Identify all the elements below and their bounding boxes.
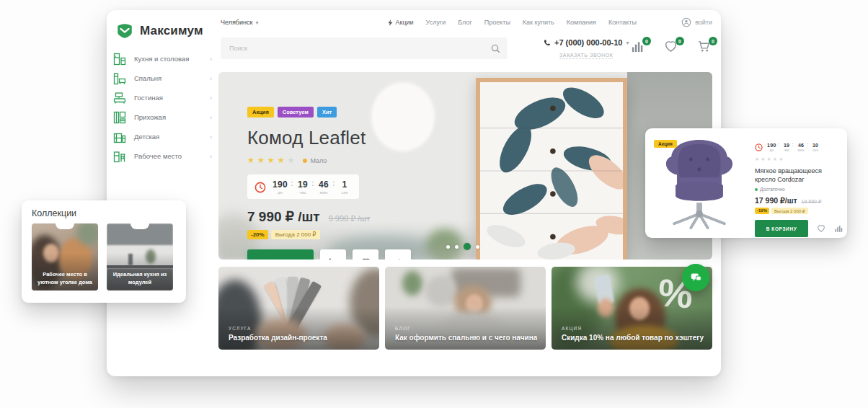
category-sidebar: Кухня и столовая Спальня Гостиная Прихож… <box>112 49 213 166</box>
search-bar <box>221 37 508 59</box>
hero-countdown-timer: 190дн 19час 46мин 1сек <box>247 174 359 199</box>
nav-item-company[interactable]: Компания <box>567 19 596 26</box>
badge-promo: Акция <box>247 107 274 117</box>
city-label: Челябинск <box>221 19 252 26</box>
search-input[interactable] <box>221 45 491 52</box>
sidebar-item-hallway[interactable]: Прихожая <box>112 107 213 127</box>
nav-item-contacts[interactable]: Контакты <box>608 19 637 26</box>
chevron-right-icon <box>210 133 212 141</box>
slider-dot[interactable] <box>446 245 450 249</box>
product-card-popup: Акция 190дн 19час 46мин 10сек <box>645 128 847 238</box>
timer-minutes: 46мин <box>318 179 329 195</box>
heart-icon <box>817 224 825 233</box>
sidebar-item-livingroom[interactable]: Гостиная <box>112 88 213 107</box>
chevron-right-icon <box>210 94 212 102</box>
kids-room-icon <box>112 130 127 144</box>
sidebar-item-kitchen[interactable]: Кухня и столовая <box>112 49 213 68</box>
slider-pagination <box>446 243 479 250</box>
star-icon <box>767 156 771 162</box>
livingroom-icon <box>112 91 127 105</box>
collection-card-kitchen[interactable]: Идеальная кухня из модулей <box>107 223 173 291</box>
phone-block[interactable]: +7 (000) 000-00-10 ЗАКАЗАТЬ ЗВОНОК <box>544 38 629 60</box>
compare-button[interactable]: 0 <box>631 40 645 56</box>
old-price: 19 990 ₽ <box>802 199 822 205</box>
compare-button[interactable] <box>385 249 411 260</box>
availability-label: Достаточно <box>760 187 785 192</box>
login-button[interactable]: войти <box>681 17 712 27</box>
banner-title: Как оформить спальню и с чего начинать <box>395 334 537 342</box>
kitchen-icon <box>112 52 127 66</box>
badge-hit: Хит <box>317 107 337 117</box>
discount-badge: -10% <box>755 208 769 214</box>
nav-label: Услуги <box>426 19 446 26</box>
add-to-cart-button[interactable] <box>320 249 346 260</box>
timer-hours: 19час <box>297 179 309 195</box>
sidebar-item-bedroom[interactable]: Спальня <box>112 68 213 88</box>
main-page-panel: Максимум Кухня и столовая Спальня Гостин… <box>107 10 721 376</box>
favorites-button[interactable]: 0 <box>664 40 678 56</box>
banner-photo-lamp <box>425 275 457 307</box>
timer-hours: 19час <box>783 143 791 152</box>
card-notch <box>56 223 74 229</box>
nav-item-promo[interactable]: Акции <box>388 19 413 26</box>
card-notch <box>130 223 149 229</box>
cart-button[interactable]: 0 <box>697 40 711 56</box>
logo[interactable]: Максимум <box>115 22 203 40</box>
banner-row: УСЛУГА Разработка дизайн-проекта БЛОГ Ка… <box>218 267 712 350</box>
availability-status: Достаточно <box>755 187 843 192</box>
hero-rating: Мало <box>247 156 411 165</box>
compare-button[interactable] <box>834 224 843 233</box>
collection-card-workspace[interactable]: Рабочее место в уютном уголке дома <box>32 223 98 291</box>
banner-blog-bedroom[interactable]: БЛОГ Как оформить спальню и с чего начин… <box>385 267 546 350</box>
nav-item-blog[interactable]: Блог <box>458 19 471 26</box>
sidebar-item-label: Гостиная <box>134 94 163 102</box>
phone-icon <box>544 39 551 46</box>
banner-design-service[interactable]: УСЛУГА Разработка дизайн-проекта <box>218 267 379 350</box>
product-info-area: 190дн 19час 46мин 10сек Мягкое вращающее… <box>752 128 851 238</box>
cart-icon <box>328 257 339 260</box>
star-icon <box>247 156 254 165</box>
sidebar-item-workspace[interactable]: Рабочее место <box>112 146 213 166</box>
slider-dot[interactable] <box>476 245 479 249</box>
slider-dot-active[interactable] <box>464 243 471 250</box>
details-button[interactable]: Подробнее <box>247 249 314 260</box>
add-to-cart-button[interactable]: В корзину <box>755 220 808 237</box>
city-selector[interactable]: Челябинск <box>221 19 258 26</box>
chat-widget-button[interactable] <box>682 264 709 291</box>
product-rating <box>755 156 843 162</box>
sidebar-item-label: Рабочее место <box>134 152 182 160</box>
nav-label: Компания <box>567 19 596 26</box>
callback-link[interactable]: ЗАКАЗАТЬ ЗВОНОК <box>559 53 613 59</box>
hero-badges: Акция Советуем Хит <box>247 107 411 117</box>
hallway-icon <box>112 110 127 125</box>
main-menu: Акции Услуги Блог Проекты Как купить Ком… <box>388 19 636 26</box>
product-image-area: Акция <box>645 128 752 238</box>
star-icon <box>773 156 777 162</box>
nav-item-projects[interactable]: Проекты <box>484 19 510 26</box>
favorite-button[interactable] <box>817 224 825 233</box>
product-discount-row: -10% Выгода 2 000 ₽ <box>755 208 843 214</box>
login-label: войти <box>695 19 712 26</box>
slider-dot[interactable] <box>455 245 459 249</box>
collection-title: Рабочее место в уютном уголке дома <box>35 270 95 287</box>
banner-title: Скидка 10% на любой товар по хэштегу <box>562 334 704 342</box>
clock-icon <box>254 182 266 193</box>
chat-icon <box>690 272 702 284</box>
nav-item-how-to-buy[interactable]: Как купить <box>523 19 554 26</box>
sidebar-item-label: Прихожая <box>134 113 166 121</box>
banner-title: Разработка дизайн-проекта <box>229 334 371 342</box>
timer-days: 190дн <box>273 179 288 195</box>
hero-product-title[interactable]: Комод Leaflet <box>247 127 411 149</box>
product-title[interactable]: Мягкое вращающееся кресло Cordozar <box>755 167 843 184</box>
header-action-icons: 0 0 0 <box>631 40 711 56</box>
search-icon[interactable] <box>491 44 500 53</box>
discount-badge: -20% <box>247 230 268 239</box>
hero-slider: Акция Советуем Хит Комод Leaflet Мало 19… <box>218 72 712 260</box>
badge-recommended: Советуем <box>278 107 314 117</box>
header-toolbar: +7 (000) 000-00-10 ЗАКАЗАТЬ ЗВОНОК 0 0 0 <box>221 36 712 61</box>
star-icon <box>278 156 285 165</box>
nav-item-services[interactable]: Услуги <box>426 19 446 26</box>
sidebar-item-kids[interactable]: Детская <box>112 127 213 146</box>
favorite-button[interactable] <box>353 249 378 260</box>
product-photo-armchair <box>657 138 742 229</box>
